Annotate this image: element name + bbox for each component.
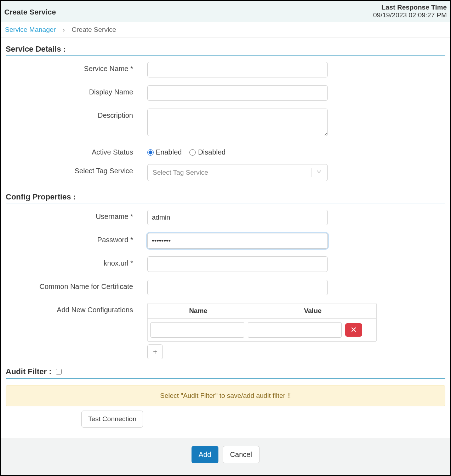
label-active-status: Active Status [6,145,147,156]
tag-service-placeholder: Select Tag Service [153,169,208,176]
page-title: Create Service [4,4,56,16]
chevron-down-icon [315,168,322,177]
divider [6,378,445,379]
footer-actions: Add Cancel [1,438,450,475]
config-row-value-input[interactable] [248,322,342,338]
breadcrumb-root-link[interactable]: Service Manager [5,26,56,33]
breadcrumb-current: Create Service [72,26,116,33]
audit-filter-alert: Select "Audit Filter" to save/add audit … [6,385,445,406]
divider [6,55,445,56]
knox-url-input[interactable] [147,256,328,272]
section-service-details-title: Service Details : [6,45,445,54]
label-username: Username * [6,210,147,221]
section-audit-filter-title: Audit Filter : [6,367,52,376]
common-name-input[interactable] [147,280,328,295]
divider [6,203,445,203]
chevron-right-icon: › [58,26,70,33]
radio-enabled-wrap[interactable]: Enabled [147,148,182,156]
label-password: Password * [6,233,147,244]
tag-service-select[interactable]: Select Tag Service [147,164,328,181]
close-icon [351,327,356,333]
label-description: Description [6,109,147,120]
last-response-label: Last Response Time [373,4,447,11]
config-row-name-input[interactable] [150,322,244,338]
last-response-value: 09/19/2023 02:09:27 PM [373,11,447,19]
section-config-props-title: Config Properties : [6,192,445,202]
test-connection-button[interactable]: Test Connection [81,411,143,428]
label-common-name: Common Name for Certificate [6,280,147,291]
password-input[interactable] [147,233,328,249]
cancel-button[interactable]: Cancel [223,446,259,463]
radio-enabled-label: Enabled [156,148,182,156]
radio-disabled[interactable] [189,149,196,156]
radio-disabled-wrap[interactable]: Disabled [189,148,226,156]
label-service-name: Service Name * [6,62,147,73]
description-input[interactable] [147,109,328,136]
config-row [148,319,376,341]
plus-icon: + [153,348,157,356]
config-header-value: Value [249,303,376,319]
breadcrumb: Service Manager › Create Service [1,22,450,37]
radio-enabled[interactable] [147,149,154,156]
display-name-input[interactable] [147,85,328,101]
delete-config-row-button[interactable] [345,323,362,337]
label-add-new-config: Add New Configurations [6,303,147,314]
label-knox-url: knox.url * [6,256,147,267]
header-bar: Create Service Last Response Time 09/19/… [1,1,450,22]
last-response-time: Last Response Time 09/19/2023 02:09:27 P… [373,4,447,19]
service-name-input[interactable] [147,62,328,77]
username-input[interactable] [147,210,328,225]
audit-filter-checkbox[interactable] [56,369,62,375]
config-header-name: Name [148,303,249,319]
add-button[interactable]: Add [192,446,218,463]
radio-disabled-label: Disabled [198,148,226,156]
label-display-name: Display Name [6,85,147,96]
select-divider [312,168,312,177]
add-config-row-button[interactable]: + [147,344,163,359]
label-tag-service: Select Tag Service [6,164,147,175]
config-table: Name Value [147,303,377,342]
